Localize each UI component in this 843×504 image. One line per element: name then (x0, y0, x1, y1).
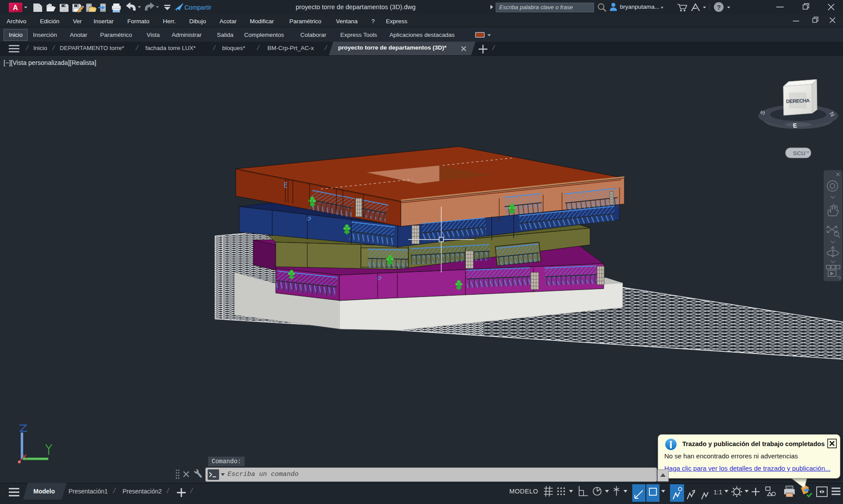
svg-text:A: A (13, 4, 18, 11)
svg-text:?: ? (717, 4, 721, 11)
svg-text:E: E (793, 122, 797, 129)
svg-text:SCU: SCU (793, 150, 806, 157)
svg-text:DERECHA: DERECHA (786, 98, 810, 104)
svg-text:1:1: 1:1 (713, 489, 722, 496)
